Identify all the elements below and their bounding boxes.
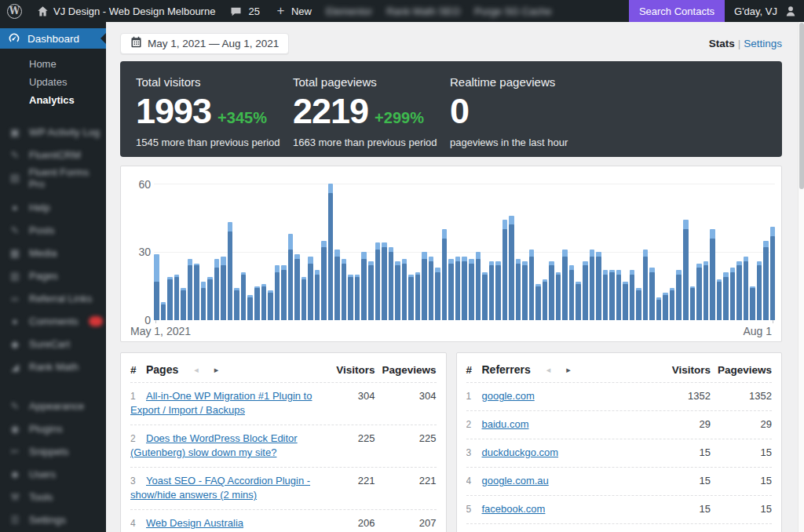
chart-day-bar[interactable]	[509, 184, 514, 320]
chart-day-bar[interactable]	[730, 184, 736, 320]
chart-day-bar[interactable]	[736, 184, 742, 320]
sidebar-item-updates[interactable]: Updates	[0, 73, 106, 91]
wp-logo-menu[interactable]: W	[0, 0, 29, 22]
sidebar-item-appearance[interactable]: ✎Appearance	[0, 395, 106, 417]
chart-day-bar[interactable]	[549, 184, 554, 320]
chart-day-bar[interactable]	[603, 184, 608, 320]
chart-day-bar[interactable]	[543, 184, 548, 320]
chart-day-bar[interactable]	[368, 184, 374, 320]
row-link[interactable]: duckduckgo.com	[482, 446, 559, 458]
chart-day-bar[interactable]	[455, 184, 461, 320]
chart-day-bar[interactable]	[435, 184, 440, 320]
chart-day-bar[interactable]	[770, 184, 776, 320]
chart-day-bar[interactable]	[696, 184, 702, 320]
chart-day-bar[interactable]	[569, 184, 575, 320]
chart-day-bar[interactable]	[188, 184, 193, 320]
chart-day-bar[interactable]	[207, 184, 213, 320]
sidebar-item-media[interactable]: ▦Media	[0, 242, 106, 264]
redacted-admin-item[interactable]: Purge SG Cache	[467, 0, 558, 22]
referrers-next-page-icon[interactable]: ▸	[566, 365, 571, 375]
chart-day-bar[interactable]	[375, 184, 381, 320]
chart-day-bar[interactable]	[643, 184, 649, 320]
chart-day-bar[interactable]	[529, 184, 535, 320]
sidebar-item-snippets[interactable]: ✂Snippets	[0, 440, 106, 463]
chart-day-bar[interactable]	[535, 184, 541, 320]
chart-day-bar[interactable]	[636, 184, 641, 320]
chart-day-bar[interactable]	[161, 184, 166, 320]
sidebar-item-home[interactable]: Home	[0, 55, 106, 73]
tab-stats[interactable]: Stats	[709, 38, 735, 49]
chart-day-bar[interactable]	[288, 184, 294, 320]
referrers-prev-page-icon[interactable]: ◂	[546, 365, 551, 375]
chart-day-bar[interactable]	[590, 184, 595, 320]
chart-day-bar[interactable]	[275, 184, 280, 320]
sidebar-item-plugins[interactable]: ◉Plugins	[0, 417, 106, 440]
chart-day-bar[interactable]	[181, 184, 186, 320]
sidebar-item-wp-activity-log[interactable]: ▣WP Activity Log	[0, 121, 106, 144]
chart-day-bar[interactable]	[576, 184, 581, 320]
pages-next-page-icon[interactable]: ▸	[214, 365, 219, 375]
scrollbar-thumb[interactable]	[799, 23, 804, 189]
chart-day-bar[interactable]	[221, 184, 226, 320]
chart-day-bar[interactable]	[321, 184, 327, 320]
chart-day-bar[interactable]	[704, 184, 709, 320]
sidebar-item-dashboard[interactable]: Dashboard	[0, 28, 106, 49]
chart-day-bar[interactable]	[167, 184, 173, 320]
chart-day-bar[interactable]	[228, 184, 233, 320]
chart-day-bar[interactable]	[502, 184, 508, 320]
date-range-picker[interactable]: May 1, 2021 — Aug 1, 2021	[120, 33, 289, 54]
sidebar-item-rank-math[interactable]: ◢Rank Math	[0, 355, 106, 378]
redacted-admin-item[interactable]: Elementor	[319, 0, 379, 22]
chart-day-bar[interactable]	[395, 184, 400, 320]
chart-day-bar[interactable]	[630, 184, 635, 320]
chart-day-bar[interactable]	[462, 184, 467, 320]
chart-day-bar[interactable]	[609, 184, 615, 320]
sidebar-item-referral-links[interactable]: ∞Referral Links	[0, 287, 106, 310]
row-link[interactable]: google.com	[482, 390, 535, 402]
chart-day-bar[interactable]	[649, 184, 655, 320]
search-contacts-button[interactable]: Search Contacts	[629, 0, 725, 22]
new-content-menu[interactable]: + New	[267, 0, 319, 22]
chart-day-bar[interactable]	[254, 184, 260, 320]
chart-day-bar[interactable]	[744, 184, 749, 320]
chart-day-bar[interactable]	[194, 184, 199, 320]
redacted-admin-item[interactable]: Rank Math SEO	[379, 0, 467, 22]
vertical-scrollbar[interactable]	[798, 22, 804, 532]
row-link[interactable]: facebook.com	[482, 503, 546, 515]
chart-day-bar[interactable]	[710, 184, 715, 320]
sidebar-item-help[interactable]: ●Help	[0, 196, 106, 219]
chart-day-bar[interactable]	[241, 184, 247, 320]
chart-day-bar[interactable]	[422, 184, 427, 320]
chart-day-bar[interactable]	[201, 184, 206, 320]
sidebar-item-settings[interactable]: ☰Settings	[0, 508, 106, 531]
sidebar-item-fluentcrm[interactable]: ✎FluentCRM	[0, 144, 106, 166]
chart-day-bar[interactable]	[361, 184, 367, 320]
chart-day-bar[interactable]	[355, 184, 360, 320]
chart-day-bar[interactable]	[348, 184, 353, 320]
chart-day-bar[interactable]	[315, 184, 320, 320]
chart-day-bar[interactable]	[469, 184, 474, 320]
chart-day-bar[interactable]	[342, 184, 347, 320]
site-name-menu[interactable]: VJ Design - Web Design Melbourne	[29, 0, 222, 22]
chart-day-bar[interactable]	[302, 184, 307, 320]
sidebar-item-tools[interactable]: ⚒Tools	[0, 486, 106, 508]
chart-day-bar[interactable]	[334, 184, 340, 320]
chart-day-bar[interactable]	[382, 184, 387, 320]
chart-day-bar[interactable]	[402, 184, 407, 320]
row-link[interactable]: Does the WordPress Block Editor (Gutenbe…	[130, 432, 298, 458]
row-link[interactable]: google.com.au	[482, 475, 549, 486]
chart-day-bar[interactable]	[294, 184, 300, 320]
chart-day-bar[interactable]	[489, 184, 495, 320]
chart-day-bar[interactable]	[623, 184, 628, 320]
row-link[interactable]: Web Design Australia	[146, 517, 243, 529]
chart-day-bar[interactable]	[214, 184, 220, 320]
chart-day-bar[interactable]	[616, 184, 622, 320]
chart-day-bar[interactable]	[670, 184, 675, 320]
chart-day-bar[interactable]	[154, 184, 159, 320]
chart-day-bar[interactable]	[308, 184, 313, 320]
chart-day-bar[interactable]	[247, 184, 253, 320]
row-link[interactable]: All-in-One WP Migration #1 Plugin to Exp…	[130, 390, 312, 416]
chart-day-bar[interactable]	[583, 184, 588, 320]
chart-day-bar[interactable]	[690, 184, 696, 320]
sidebar-item-pages[interactable]: ▥Pages	[0, 264, 106, 287]
